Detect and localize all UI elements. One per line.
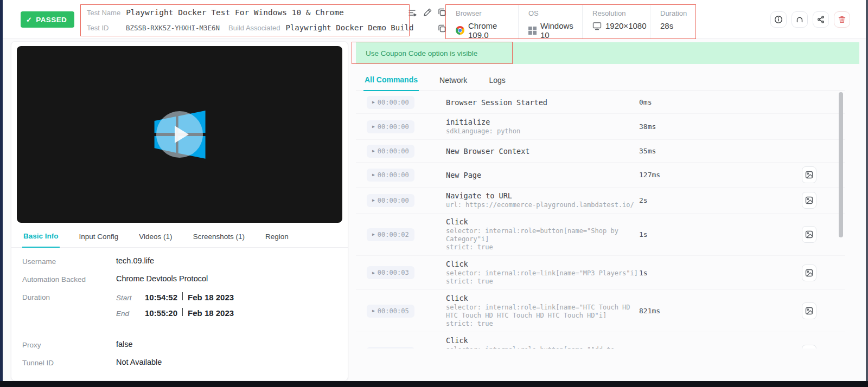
date-separator (182, 292, 183, 300)
command-row[interactable]: ▶00:00:00 New Browser Context 35ms (356, 140, 845, 163)
tab-region[interactable]: Region (264, 233, 290, 247)
command-timestamp-chip[interactable]: ▶00:00:00 (367, 194, 414, 207)
play-icon: ▶ (372, 232, 375, 237)
os-value: Windows 10 (540, 21, 582, 40)
screenshot-button[interactable] (802, 226, 816, 243)
command-row[interactable]: ▶00:00:03 Click selector: internal:role=… (356, 256, 845, 290)
command-row[interactable]: ▶00:00:00 Browser Session Started 0ms (356, 91, 845, 114)
copy-test-id-icon[interactable] (437, 24, 446, 33)
assertion-text: Use Coupon Code option is visible (366, 49, 477, 57)
test-name-value: Playwright Docker Test For Windows 10 & … (126, 8, 344, 17)
command-duration: 38ms (639, 122, 726, 131)
command-params: selector: internal:role=button[name="Add… (446, 346, 639, 349)
header-actions (770, 11, 850, 28)
command-timestamp: 00:00:03 (378, 269, 409, 276)
test-id-value: BZSSB-RXK5Z-YHXHI-M3E6N (126, 24, 220, 32)
command-params: selector: internal:role=button[name="Sho… (446, 227, 639, 251)
play-icon: ▶ (372, 308, 375, 313)
automation-label: Automation Backed (22, 274, 116, 283)
start-time: 10:54:52 (145, 293, 177, 302)
command-row[interactable]: ▶00:00:06 Click selector: internal:role=… (356, 332, 845, 349)
test-id-label: Test ID (87, 24, 120, 32)
test-steps-icon[interactable] (408, 8, 417, 17)
chrome-icon (456, 26, 464, 35)
share-button[interactable] (813, 11, 829, 28)
play-icon: ▶ (372, 172, 375, 177)
command-timestamp: 00:00:00 (378, 99, 409, 106)
commands-panel: Use Coupon Code option is visible All Co… (356, 41, 845, 349)
image-icon (805, 171, 813, 179)
command-timestamp-chip[interactable]: ▶00:00:00 (367, 96, 414, 109)
command-timestamp-chip[interactable]: ▶00:00:03 (367, 266, 414, 279)
start-date: Feb 18 2023 (188, 293, 234, 302)
automation-row: Automation Backed Chrome Devtools Protoc… (11, 270, 348, 288)
tunnel-button[interactable] (792, 11, 808, 28)
command-timestamp-chip[interactable]: ▶00:00:02 (367, 228, 414, 241)
check-icon: ✓ (26, 16, 32, 24)
delete-button[interactable] (834, 11, 850, 28)
command-timestamp: 00:00:02 (378, 231, 409, 238)
window-frame-bottom (0, 381, 868, 387)
tunnel-row: Tunnel ID Not Available (11, 353, 348, 371)
image-icon (805, 230, 813, 238)
video-player[interactable] (17, 46, 342, 223)
window-frame-left (0, 0, 3, 387)
screenshot-button[interactable] (802, 345, 816, 349)
automation-value: Chrome Devtools Protocol (116, 274, 208, 283)
test-meta: Test Name Playwright Docker Test For Win… (87, 4, 407, 36)
browser-value: Chrome 109.0 (468, 21, 518, 40)
command-row[interactable]: ▶00:00:00 initialize sdkLanguage: python… (356, 114, 845, 140)
screenshot-button[interactable] (802, 302, 816, 319)
command-row[interactable]: ▶00:00:02 Click selector: internal:role=… (356, 214, 845, 256)
command-row[interactable]: ▶00:00:05 Click selector: internal:role=… (356, 290, 845, 332)
commands-list-wrap: ▶00:00:00 Browser Session Started 0ms ▶0… (356, 91, 845, 349)
image-icon (805, 307, 813, 315)
image-icon (805, 269, 813, 277)
proxy-row: Proxy false (11, 336, 348, 353)
command-timestamp-chip[interactable]: ▶00:00:00 (367, 169, 414, 182)
command-duration: 1s (639, 269, 726, 277)
commands-scrollbar[interactable] (839, 92, 843, 237)
command-row[interactable]: ▶00:00:00 New Page 127ms (356, 163, 845, 188)
screenshot-button[interactable] (802, 166, 816, 183)
play-button[interactable] (156, 111, 203, 158)
image-icon (805, 196, 813, 204)
command-name: Browser Session Started (446, 98, 639, 107)
command-duration: 35ms (639, 147, 726, 155)
duration-row: Duration Start 10:54:52 Feb 18 2023 End … (11, 288, 348, 328)
play-icon: ▶ (372, 124, 375, 129)
screenshot-button[interactable] (802, 192, 816, 209)
command-duration: 821ms (639, 307, 726, 315)
command-timestamp-chip[interactable]: ▶00:00:05 (367, 305, 414, 318)
date-separator (182, 308, 183, 316)
duration-value: 28s (660, 21, 673, 30)
build-name-value: Playwright Docker Demo Build (286, 23, 414, 32)
edit-icon[interactable] (423, 8, 432, 17)
status-badge: ✓ PASSED (21, 11, 74, 28)
tab-videos[interactable]: Videos (1) (138, 233, 173, 247)
tab-screenshots[interactable]: Screenshots (1) (192, 233, 246, 247)
tab-logs[interactable]: Logs (488, 76, 506, 91)
command-timestamp-chip[interactable]: ▶00:00:06 (367, 347, 414, 349)
window-frame-right (866, 0, 868, 387)
duration-detail-label: Duration (22, 292, 116, 301)
tab-input-config[interactable]: Input Config (78, 233, 120, 247)
tab-all-commands[interactable]: All Commands (363, 75, 419, 91)
command-row[interactable]: ▶00:00:00 Navigate to URL url: https://e… (356, 188, 845, 214)
username-value: tech.09.life (116, 256, 154, 265)
command-timestamp: 00:00:00 (378, 123, 409, 131)
screenshot-button[interactable] (802, 265, 816, 281)
play-icon: ▶ (372, 149, 375, 153)
command-name: New Browser Context (446, 147, 639, 156)
play-icon (175, 126, 189, 143)
command-timestamp-chip[interactable]: ▶00:00:00 (367, 120, 414, 133)
end-time: 10:55:20 (145, 308, 177, 318)
copy-test-name-icon[interactable] (437, 8, 446, 17)
info-button[interactable] (770, 11, 787, 28)
tab-basic-info[interactable]: Basic Info (22, 232, 60, 248)
tab-network[interactable]: Network (438, 76, 468, 91)
commands-tabs: All Commands Network Logs (356, 71, 845, 91)
command-timestamp-chip[interactable]: ▶00:00:00 (367, 145, 414, 158)
test-header: ✓ PASSED Test Name Playwright Docker Tes… (0, 0, 868, 39)
monitor-icon (592, 22, 602, 30)
